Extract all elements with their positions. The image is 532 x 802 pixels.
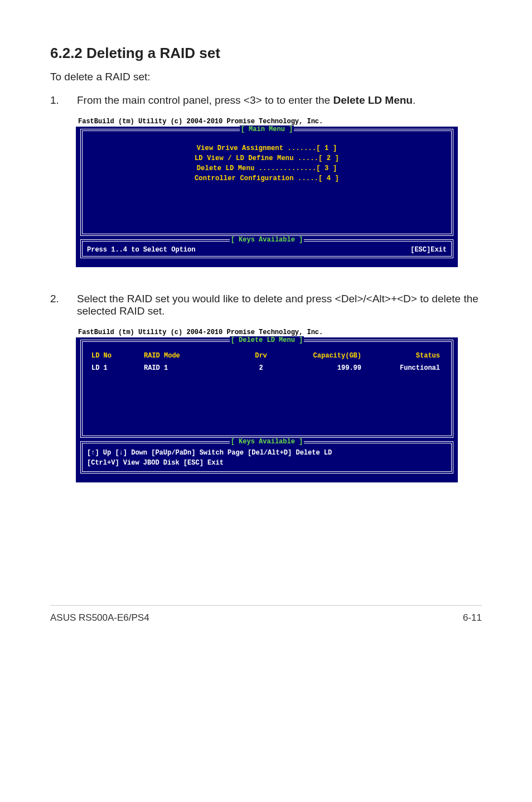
table-header-row: LD No RAID Mode Drv Capacity(GB) Status (88, 350, 446, 362)
section-heading: 6.2.2 Deleting a RAID set (50, 45, 482, 62)
main-menu-options: View Drive Assignment .......[ 1 ] LD Vi… (83, 133, 451, 234)
terminal-screenshot-2: FastBuild (tm) Utility (c) 2004-2010 Pro… (76, 328, 458, 482)
keys-available-title-text: [ Keys Available ] (230, 236, 304, 244)
col-ldno: LD No (88, 352, 144, 360)
menu-option-4[interactable]: Controller Configuration .....[ 4 ] (83, 173, 451, 183)
cell-drv: 2 (228, 364, 294, 372)
cell-ldno: LD 1 (88, 364, 144, 372)
step-number: 1. (50, 94, 77, 107)
table-row[interactable]: LD 1 RAID 1 2 199.99 Functional (88, 362, 446, 374)
cell-raidmode: RAID 1 (144, 364, 228, 372)
keys-available-title-2-text: [ Keys Available ] (230, 438, 304, 446)
keys-available-title-2: [ Keys Available ] (83, 438, 451, 446)
delete-ld-title-text: [ Delete LD Menu ] (230, 336, 304, 344)
menu-option-2[interactable]: LD View / LD Define Menu .....[ 2 ] (83, 153, 451, 163)
keys-line-2: [Ctrl+V] View JBOD Disk [ESC] Exit (87, 458, 447, 468)
intro-text: To delete a RAID set: (50, 71, 482, 83)
terminal-header: FastBuild (tm) Utility (c) 2004-2010 Pro… (76, 328, 458, 336)
cell-capacity: 199.99 (294, 364, 384, 372)
delete-ld-title: [ Delete LD Menu ] (83, 336, 451, 344)
step-number: 2. (50, 293, 77, 317)
step1-part-a: From the main control panel, press <3> t… (77, 94, 333, 106)
footer-right: [ESC]Exit (410, 246, 447, 254)
keys-available-title: [ Keys Available ] (83, 236, 451, 244)
terminal-screenshot-1: FastBuild (tm) Utility (c) 2004-2010 Pro… (76, 118, 458, 267)
step-text: Select the RAID set you would like to de… (77, 293, 482, 317)
step-text: From the main control panel, press <3> t… (77, 94, 482, 107)
terminal-header: FastBuild (tm) Utility (c) 2004-2010 Pro… (76, 118, 458, 125)
col-capacity: Capacity(GB) (294, 352, 384, 360)
cell-status: Functional (384, 364, 446, 372)
page-footer: ASUS RS500A-E6/PS4 6-11 (50, 605, 482, 624)
main-menu-title-text: [ Main Menu ] (240, 125, 294, 133)
main-menu-title: [ Main Menu ] (83, 125, 451, 133)
footer-left: Press 1..4 to Select Option (87, 246, 195, 254)
menu-option-3[interactable]: Delete LD Menu ..............[ 3 ] (83, 163, 451, 173)
step1-part-c: . (413, 94, 415, 106)
col-drv: Drv (228, 352, 294, 360)
delete-ld-frame: [ Delete LD Menu ] LD No RAID Mode Drv C… (80, 340, 453, 438)
main-menu-frame: [ Main Menu ] View Drive Assignment ....… (80, 129, 453, 236)
menu-option-1[interactable]: View Drive Assignment .......[ 1 ] (83, 143, 451, 153)
keys-line-1: [↑] Up [↓] Down [PaUp/PaDn] Switch Page … (87, 448, 447, 458)
keys-available-frame-2: [ Keys Available ] [↑] Up [↓] Down [PaUp… (80, 441, 453, 474)
col-status: Status (384, 352, 446, 360)
col-raidmode: RAID Mode (144, 352, 228, 360)
footer-page-number: 6-11 (463, 612, 482, 624)
keys-available-frame: [ Keys Available ] Press 1..4 to Select … (80, 239, 453, 258)
footer-model: ASUS RS500A-E6/PS4 (50, 612, 149, 624)
step1-bold: Delete LD Menu (333, 94, 413, 106)
